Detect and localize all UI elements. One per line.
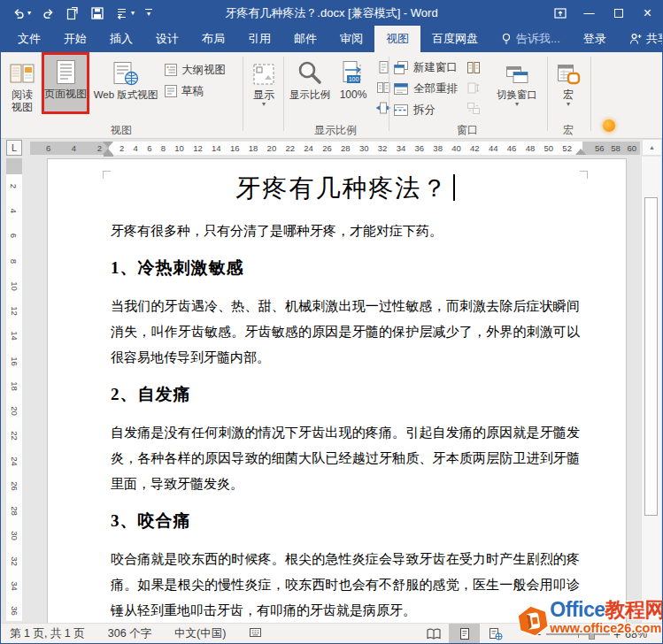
group-separator	[389, 57, 389, 131]
page-width-button[interactable]	[374, 99, 392, 117]
hanging-indent-marker[interactable]	[103, 149, 113, 155]
section-paragraph: 当我们的牙齿遇冷、热、甜、机械刺激出现一过性敏感，而刺激去除后症状瞬间消失，叫作…	[111, 294, 580, 371]
word-count[interactable]: 306 个字	[108, 626, 151, 641]
draft-view-icon	[164, 84, 178, 98]
close-button[interactable]: ×	[633, 1, 662, 26]
tab-design[interactable]: 设计	[144, 26, 190, 52]
web-layout-button[interactable]	[480, 624, 511, 644]
macros-button[interactable]: 宏 ▾	[551, 56, 586, 108]
arrange-all-button[interactable]: 全部重排	[393, 80, 458, 97]
side-by-side-icon	[466, 61, 481, 74]
customize-qat-button[interactable]: ▾	[141, 3, 157, 24]
orange-dot-annotation	[603, 119, 615, 132]
tab-mailings[interactable]: 邮件	[282, 26, 328, 52]
print-preview-button[interactable]	[61, 3, 84, 24]
section-heading: 1、冷热刺激敏感	[111, 255, 580, 280]
print-layout-view-button[interactable]: 页面视图	[44, 55, 87, 111]
proofing-status-icon[interactable]	[249, 626, 262, 641]
reset-position-icon	[466, 102, 481, 115]
document-area[interactable]: 24681012141618202224262830323436 牙疼有几种疼法…	[1, 157, 662, 623]
tab-layout[interactable]: 布局	[190, 26, 236, 52]
section-heading: 2、自发痛	[111, 381, 580, 407]
title-bar: ▾ ▾ ▾ 牙疼有几种疼法？.docx [兼容模式] - Wo	[1, 1, 662, 26]
web-layout-view-button[interactable]: Web 版式视图	[91, 56, 160, 101]
intro-paragraph: 牙疼有很多种，只有分清了是哪种牙疼，才能对症下药。	[111, 218, 580, 244]
switch-windows-icon	[505, 56, 529, 88]
vertical-ruler[interactable]: 24681012141618202224262830323436	[6, 158, 22, 621]
tab-sign-in[interactable]: 登录	[572, 26, 618, 52]
tab-stop-selector[interactable]: L	[6, 140, 22, 156]
outline-view-icon	[164, 63, 178, 77]
vertical-scrollbar[interactable]	[641, 157, 661, 623]
reading-view-button[interactable]: 阅读视图	[3, 56, 42, 113]
tab-insert[interactable]: 插入	[98, 26, 144, 52]
ribbon-display-options-button[interactable]	[545, 1, 574, 26]
caret-down-icon: ▾	[27, 10, 31, 17]
ribbon-options-icon	[553, 6, 567, 20]
sync-scrolling-icon	[466, 81, 481, 95]
new-window-button[interactable]: 新建窗口	[393, 58, 458, 76]
tab-home[interactable]: 开始	[52, 26, 98, 52]
save-button[interactable]	[86, 3, 109, 24]
tab-baidu-netdisk[interactable]: 百度网盘	[420, 26, 490, 52]
split-icon	[393, 103, 409, 118]
switch-windows-button[interactable]: 切换窗口 ▾	[495, 56, 539, 108]
one-page-button[interactable]	[374, 58, 392, 76]
maximize-icon	[614, 9, 623, 18]
group-separator	[547, 57, 548, 131]
text-cursor	[453, 174, 455, 201]
maximize-button[interactable]	[604, 1, 633, 26]
scroll-up-button[interactable]: ▲	[642, 139, 662, 156]
ruler-right-margin[interactable]: 565860	[582, 142, 640, 155]
margin-crop-mark	[103, 171, 111, 179]
view-side-by-side-button[interactable]	[465, 58, 482, 76]
tab-references[interactable]: 引用	[236, 26, 282, 52]
save-icon	[90, 6, 104, 20]
zoom-100-button[interactable]: 100 100%	[335, 56, 372, 101]
multiple-pages-button[interactable]	[374, 79, 392, 96]
print-layout-button[interactable]	[449, 624, 480, 644]
web-layout-icon	[112, 56, 139, 88]
page-indicator[interactable]: 第 1 页, 共 1 页	[10, 626, 85, 641]
tab-share[interactable]: 共享	[618, 26, 663, 52]
first-line-indent-marker[interactable]	[103, 142, 113, 148]
document-page[interactable]: 牙疼有几种疼法？ 牙疼有很多种，只有分清了是哪种牙疼，才能对症下药。 1、冷热刺…	[47, 158, 627, 623]
undo-icon	[12, 7, 26, 20]
brand-name-en: Office	[550, 598, 605, 621]
paragraph-format-button[interactable]: ▾	[111, 3, 139, 24]
zoom-group-label: 显示比例	[282, 123, 389, 138]
scrollbar-thumb[interactable]	[644, 197, 658, 516]
margin-crop-mark	[580, 171, 588, 179]
print-layout-icon	[459, 627, 471, 640]
tab-file[interactable]: 文件	[6, 26, 52, 52]
tab-tell-me[interactable]: 告诉我...	[490, 26, 572, 52]
horizontal-ruler[interactable]: 2468101214161820222426283032343638404244…	[109, 142, 582, 155]
tab-review[interactable]: 审阅	[328, 26, 374, 52]
ribbon: 阅读视图 页面视图 Web 版式视图 大纲视图 草稿 视图	[1, 52, 662, 139]
office-logo-icon	[514, 594, 552, 644]
zoom-100-icon: 100	[342, 56, 365, 88]
tab-view[interactable]: 视图	[374, 26, 420, 52]
vertical-ruler-numbers: 24681012141618202224262830323436	[6, 181, 22, 616]
split-button[interactable]: 拆分	[393, 101, 436, 119]
right-indent-marker[interactable]	[575, 149, 586, 155]
language-indicator[interactable]: 中文(中国)	[174, 626, 226, 641]
synchronous-scrolling-button	[465, 79, 482, 96]
caret-down-icon: ▾	[262, 101, 266, 108]
quick-access-toolbar: ▾ ▾ ▾	[1, 3, 157, 24]
draft-view-button[interactable]: 草稿	[164, 82, 204, 100]
minimize-button[interactable]: —	[574, 1, 604, 26]
read-mode-button[interactable]	[418, 624, 449, 644]
zoom-button[interactable]: 显示比例	[286, 56, 334, 101]
undo-button[interactable]: ▾	[8, 3, 35, 24]
caret-down-icon: ▾	[147, 11, 150, 18]
watermark-text: Office教程网 www.office26.com	[550, 599, 663, 636]
reset-window-position-button	[465, 99, 482, 117]
redo-button[interactable]	[37, 3, 59, 24]
window-controls: — ×	[545, 1, 662, 26]
show-group-button[interactable]: 显示 ▾	[246, 56, 281, 108]
format-lines-icon	[115, 6, 129, 20]
ruler-left-margin[interactable]: 642	[30, 142, 109, 155]
outline-view-button[interactable]: 大纲视图	[164, 61, 226, 79]
section-paragraph: 自发痛是没有任何刺激的情况下牙齿出现的疼痛。引起自发痛的原因就是牙髓发炎，各种各…	[111, 420, 580, 497]
